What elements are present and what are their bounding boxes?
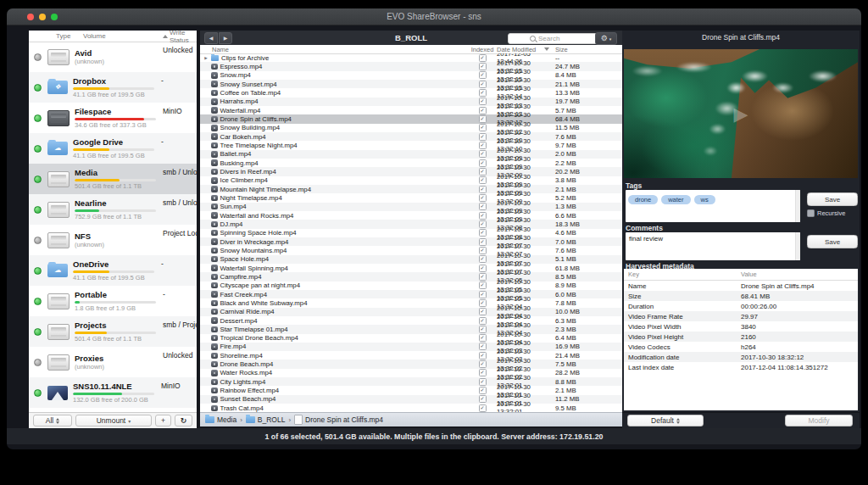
indexed-checkbox[interactable]: ✓ [479, 194, 487, 202]
tag-pill[interactable]: ws [694, 195, 715, 204]
indexed-checkbox[interactable]: ✓ [479, 273, 487, 281]
file-row[interactable]: Waterfall.mp4✓2017-10-30 13:32:135.7 MB [200, 106, 622, 114]
file-row[interactable]: Harrahs.mp4✓2017-10-30 13:32:1319.7 MB [200, 98, 622, 106]
disclosure-icon[interactable]: ▶ [203, 56, 209, 60]
column-indexed[interactable]: Indexed [468, 46, 497, 53]
indexed-checkbox[interactable]: ✓ [479, 159, 487, 167]
column-size[interactable]: Size [555, 46, 622, 53]
file-row[interactable]: Carnival Ride.mp4✓2017-10-30 13:32:0410.… [200, 308, 622, 316]
save-tags-button[interactable]: Save [807, 192, 858, 206]
indexed-checkbox[interactable]: ✓ [479, 115, 487, 123]
volume-row-dropbox[interactable]: ❖Dropbox41.1 GB free of 199.5 GB- [29, 72, 197, 103]
filter-dropdown[interactable]: All [33, 415, 72, 426]
file-row[interactable]: Trash Cat.mp4✓2017-10-30 13:32:019.5 MB [200, 404, 622, 412]
indexed-checkbox[interactable]: ✓ [479, 378, 487, 386]
preset-dropdown[interactable]: Default [627, 415, 704, 426]
indexed-checkbox[interactable]: ✓ [479, 255, 487, 263]
indexed-checkbox[interactable]: ✓ [479, 203, 487, 210]
column-type[interactable]: Type [56, 32, 70, 40]
file-row[interactable]: Ice Climber.mp4✓2017-10-30 13:32:093.8 M… [200, 176, 622, 185]
volume-row-nearline[interactable]: Nearline752.9 GB free of 1.1 TBsmb / Unl… [29, 194, 197, 225]
indexed-checkbox[interactable]: ✓ [479, 387, 487, 394]
indexed-checkbox[interactable]: ✓ [479, 299, 487, 307]
file-row[interactable]: Drone Spin at Cliffs.mp4✓2017-10-30 13:3… [200, 114, 622, 123]
indexed-checkbox[interactable]: ✓ [479, 220, 487, 228]
column-name[interactable]: Name [200, 46, 468, 53]
indexed-checkbox[interactable]: ✓ [479, 404, 487, 412]
file-row[interactable]: Star Timelapse 01.mp4✓2017-10-30 13:32:0… [200, 325, 622, 333]
file-row[interactable]: Tree Timelapse Night.mp4✓2017-10-30 13:3… [200, 141, 622, 149]
actions-button[interactable]: ⚙ ▾ [595, 32, 617, 45]
indexed-checkbox[interactable]: ✓ [479, 186, 487, 193]
indexed-checkbox[interactable]: ✓ [479, 360, 487, 368]
indexed-checkbox[interactable]: ✓ [479, 133, 487, 141]
play-icon[interactable]: ▶ [624, 49, 858, 178]
file-row[interactable]: Dessert.mp4✓2017-10-30 13:32:046.3 MB [200, 316, 622, 325]
back-button[interactable]: ◀ [204, 32, 218, 44]
tag-pill[interactable]: water [661, 195, 690, 204]
indexed-checkbox[interactable]: ✓ [479, 81, 487, 88]
file-row[interactable]: Waterfall Spinning.mp4✓2017-10-30 13:32:… [200, 264, 622, 272]
file-row[interactable]: Divers in Reef.mp4✓2017-10-30 13:32:0920… [200, 167, 622, 176]
breadcrumb-item[interactable]: Media [205, 415, 236, 424]
file-row[interactable]: Diver in Wreckage.mp4✓2017-10-30 13:32:0… [200, 237, 622, 246]
volume-row-nfs[interactable]: NFS(unknown)Project Locking [29, 225, 197, 255]
file-row[interactable]: Snowy Sunset.mp4✓2017-10-30 13:32:1521.1… [200, 80, 622, 88]
file-row[interactable]: Black and White Subway.mp4✓2017-10-30 13… [200, 298, 622, 307]
breadcrumb-item[interactable]: B_ROLL [246, 415, 286, 424]
file-row[interactable]: Space Hole.mp4✓2017-10-30 13:32:075.1 MB [200, 255, 622, 264]
file-row[interactable]: Fire.mp4✓2017-10-30 13:32:0316.9 MB [200, 343, 622, 351]
zoom-button-icon[interactable] [51, 14, 58, 20]
volume-row-media[interactable]: Media501.4 GB free of 1.1 TBsmb / Unlock… [29, 164, 197, 194]
tags-box[interactable]: dronewaterws [626, 190, 800, 222]
file-row[interactable]: Ballet.mp4✓2017-10-30 13:32:092.0 MB [200, 150, 622, 159]
volume-row-portable[interactable]: Portable1.8 GB free of 1.9 GB- [29, 286, 197, 316]
volume-row-sns10-11-4nle[interactable]: SNS10.11.4NLE132.0 GB free of 200.0 GBMi… [29, 377, 197, 408]
file-row[interactable]: Mountain Night Timelapse.mp4✓2017-10-30 … [200, 185, 622, 193]
breadcrumb-item[interactable]: Drone Spin at Cliffs.mp4 [294, 415, 383, 425]
volume-row-proxies[interactable]: Proxies(unknown)Unlocked [29, 347, 197, 377]
indexed-checkbox[interactable]: ✓ [479, 54, 487, 62]
file-row[interactable]: Waterfall and Rocks.mp4✓2017-10-30 13:32… [200, 211, 622, 220]
file-row[interactable]: Rainbow Effect.mp4✓2017-10-30 13:32:012.… [200, 386, 622, 394]
indexed-checkbox[interactable]: ✓ [479, 317, 487, 325]
volume-row-google-drive[interactable]: ☁Google Drive41.1 GB free of 199.5 GB- [29, 133, 197, 164]
file-row[interactable]: Car Bokeh.mp4✓2017-10-30 13:32:107.6 MB [200, 132, 622, 141]
minimize-button-icon[interactable] [39, 14, 46, 20]
indexed-checkbox[interactable]: ✓ [479, 176, 487, 184]
indexed-checkbox[interactable]: ✓ [479, 343, 487, 350]
file-row[interactable]: Sunset Beach.mp4✓2017-10-30 13:32:0111.2… [200, 395, 622, 404]
file-row[interactable]: Night Timelapse.mp4✓2017-10-30 13:32:095… [200, 193, 622, 202]
file-row[interactable]: Drone Beach.mp4✓2017-10-30 13:32:027.5 M… [200, 360, 622, 368]
column-volume[interactable]: Volume [83, 32, 106, 40]
modify-button[interactable]: Modify [785, 415, 853, 426]
volume-row-filespace[interactable]: Filespace34.6 GB free of 337.3 GBMinIO [29, 103, 197, 133]
forward-button[interactable]: ▶ [219, 32, 232, 44]
indexed-checkbox[interactable]: ✓ [479, 107, 487, 114]
file-row[interactable]: Shoreline.mp4✓2017-10-30 13:32:0321.4 MB [200, 351, 622, 360]
file-row[interactable]: Tropical Drone Beach.mp4✓2017-10-30 13:3… [200, 334, 622, 343]
indexed-checkbox[interactable]: ✓ [479, 124, 487, 131]
indexed-checkbox[interactable]: ✓ [479, 247, 487, 254]
file-row[interactable]: Snowy Building.mp4✓2017-10-30 13:32:1211… [200, 124, 622, 132]
volume-row-onedrive[interactable]: ☁OneDrive41.1 GB free of 199.5 GB- [29, 255, 197, 286]
indexed-checkbox[interactable]: ✓ [479, 369, 487, 376]
file-row[interactable]: Snow.mp4✓2017-10-30 13:32:158.4 MB [200, 71, 622, 80]
indexed-checkbox[interactable]: ✓ [479, 352, 487, 360]
column-date-modified[interactable]: Date Modified [497, 46, 555, 53]
indexed-checkbox[interactable]: ✓ [479, 291, 487, 298]
close-button-icon[interactable] [27, 14, 34, 20]
file-row[interactable]: Coffee on Table.mp4✓2017-10-30 13:32:141… [200, 88, 622, 97]
file-row[interactable]: City Lights.mp4✓2017-10-30 13:32:018.8 M… [200, 377, 622, 386]
indexed-checkbox[interactable]: ✓ [479, 282, 487, 289]
file-row[interactable]: Espresso.mp4✓2017-10-30 13:32:1524.7 MB [200, 62, 622, 70]
indexed-checkbox[interactable]: ✓ [479, 238, 487, 246]
indexed-checkbox[interactable]: ✓ [479, 89, 487, 97]
file-row[interactable]: Sun.mp4✓2017-10-30 13:32:091.3 MB [200, 203, 622, 211]
file-row[interactable]: Water Rocks.mp4✓2017-10-30 13:32:0228.2 … [200, 369, 622, 377]
tag-pill[interactable]: drone [628, 195, 658, 204]
save-comments-button[interactable]: Save [807, 235, 858, 248]
volume-row-avid[interactable]: Avid(unknown)Unlocked [29, 42, 197, 72]
indexed-checkbox[interactable]: ✓ [479, 71, 487, 79]
indexed-checkbox[interactable]: ✓ [479, 334, 487, 342]
